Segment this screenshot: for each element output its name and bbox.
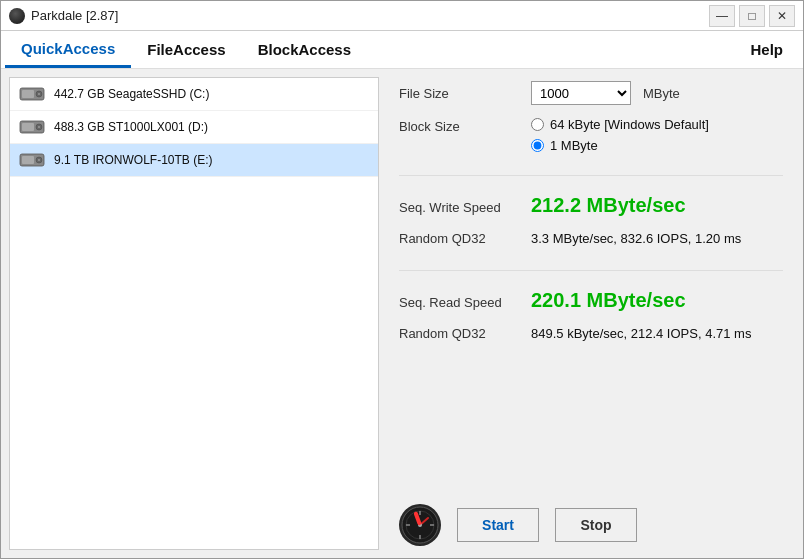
file-size-label: File Size [399, 86, 519, 101]
drive-list: 442.7 GB SeagateSSHD (C:) 488.3 GB ST100… [9, 77, 379, 550]
menu-item-quick-access[interactable]: QuickAccess [5, 31, 131, 68]
title-bar: Parkdale [2.87] — □ ✕ [1, 1, 803, 31]
block-size-radio-1m-input[interactable] [531, 139, 544, 152]
drive-label-0: 442.7 GB SeagateSSHD (C:) [54, 87, 209, 101]
content-area: 442.7 GB SeagateSSHD (C:) 488.3 GB ST100… [1, 69, 803, 558]
speedometer-svg [401, 506, 439, 544]
block-size-section: Block Size 64 kByte [Windows Default] 1 … [399, 117, 783, 153]
svg-point-3 [38, 93, 40, 95]
file-size-unit: MByte [643, 86, 680, 101]
title-controls: — □ ✕ [709, 5, 795, 27]
random-write-label: Random QD32 [399, 231, 519, 246]
random-read-label: Random QD32 [399, 326, 519, 341]
hdd-icon-1 [18, 117, 46, 137]
seq-read-value: 220.1 MByte/sec [531, 289, 686, 312]
menu-bar: QuickAccess FileAccess BlockAccess Help [1, 31, 803, 69]
svg-point-19 [418, 523, 422, 527]
title-bar-left: Parkdale [2.87] [9, 8, 118, 24]
seq-read-label: Seq. Read Speed [399, 295, 519, 310]
seq-write-value: 212.2 MByte/sec [531, 194, 686, 217]
drive-item-1[interactable]: 488.3 GB ST1000LX001 (D:) [10, 111, 378, 144]
close-button[interactable]: ✕ [769, 5, 795, 27]
drive-label-1: 488.3 GB ST1000LX001 (D:) [54, 120, 208, 134]
speedometer-icon [399, 504, 441, 546]
random-write-value: 3.3 MByte/sec, 832.6 IOPS, 1.20 ms [531, 231, 741, 246]
right-panel: File Size 1000 500 2000 MByte Block Size… [379, 69, 803, 558]
divider-2 [399, 270, 783, 271]
drive-label-2: 9.1 TB IRONWOLF-10TB (E:) [54, 153, 212, 167]
app-icon [9, 8, 25, 24]
random-write-row: Random QD32 3.3 MByte/sec, 832.6 IOPS, 1… [399, 231, 783, 246]
block-size-1m-label[interactable]: 1 MByte [550, 138, 598, 153]
random-read-row: Random QD32 849.5 kByte/sec, 212.4 IOPS,… [399, 326, 783, 341]
drive-item-0[interactable]: 442.7 GB SeagateSSHD (C:) [10, 78, 378, 111]
block-size-64k-label[interactable]: 64 kByte [Windows Default] [550, 117, 709, 132]
block-size-radio-1m: 1 MByte [531, 138, 709, 153]
menu-item-help[interactable]: Help [734, 31, 799, 68]
seq-write-label: Seq. Write Speed [399, 200, 519, 215]
svg-rect-9 [22, 156, 34, 164]
random-read-value: 849.5 kByte/sec, 212.4 IOPS, 4.71 ms [531, 326, 751, 341]
seq-write-row: Seq. Write Speed 212.2 MByte/sec [399, 194, 783, 217]
svg-point-11 [38, 159, 40, 161]
block-size-radio-64k-input[interactable] [531, 118, 544, 131]
divider-1 [399, 175, 783, 176]
block-size-radio-64k: 64 kByte [Windows Default] [531, 117, 709, 132]
svg-rect-1 [22, 90, 34, 98]
minimize-button[interactable]: — [709, 5, 735, 27]
bottom-area: Start Stop [399, 488, 783, 546]
svg-rect-5 [22, 123, 34, 131]
seq-read-row: Seq. Read Speed 220.1 MByte/sec [399, 289, 783, 312]
window-title: Parkdale [2.87] [31, 8, 118, 23]
file-size-select[interactable]: 1000 500 2000 [531, 81, 631, 105]
stop-button[interactable]: Stop [555, 508, 637, 542]
menu-item-block-access[interactable]: BlockAccess [242, 31, 367, 68]
maximize-button[interactable]: □ [739, 5, 765, 27]
hdd-icon-2 [18, 150, 46, 170]
block-size-radio-group: 64 kByte [Windows Default] 1 MByte [531, 117, 709, 153]
hdd-icon-0 [18, 84, 46, 104]
menu-item-file-access[interactable]: FileAccess [131, 31, 241, 68]
drive-item-2[interactable]: 9.1 TB IRONWOLF-10TB (E:) [10, 144, 378, 177]
start-button[interactable]: Start [457, 508, 539, 542]
svg-point-7 [38, 126, 40, 128]
file-size-row: File Size 1000 500 2000 MByte [399, 81, 783, 105]
block-size-label: Block Size [399, 117, 519, 134]
main-window: Parkdale [2.87] — □ ✕ QuickAccess FileAc… [0, 0, 804, 559]
